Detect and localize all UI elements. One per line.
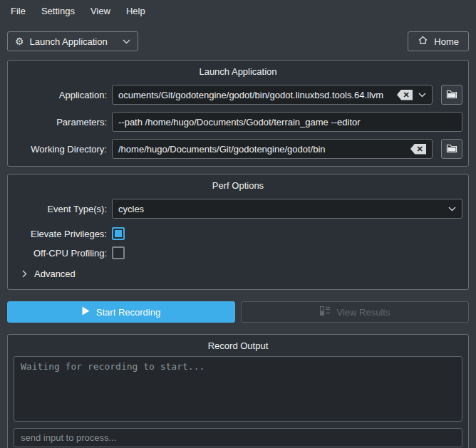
application-row: Application: ocuments/Git/godotengine/go… bbox=[14, 85, 462, 105]
chevron-down-icon bbox=[123, 39, 130, 44]
offcpu-profiling-row: Off-CPU Profiling: bbox=[14, 246, 462, 259]
record-output-console[interactable]: Waiting for recording to start... bbox=[14, 356, 462, 422]
perf-options-group: Perf Options Event Type(s): cycles Eleva… bbox=[7, 174, 469, 290]
view-results-label: View Results bbox=[337, 307, 390, 318]
application-label: Application: bbox=[14, 90, 107, 100]
start-recording-button[interactable]: Start Recording bbox=[7, 301, 235, 323]
advanced-expander[interactable]: Advanced bbox=[14, 268, 462, 280]
event-types-label: Event Type(s): bbox=[14, 204, 107, 214]
menu-help[interactable]: Help bbox=[118, 2, 153, 20]
launch-application-group: Launch Application Application: ocuments… bbox=[7, 60, 469, 167]
view-results-icon bbox=[320, 306, 331, 318]
start-recording-label: Start Recording bbox=[96, 307, 160, 318]
menubar: File Settings View Help bbox=[0, 0, 476, 21]
application-browse-button[interactable] bbox=[441, 85, 462, 105]
chevron-right-icon bbox=[22, 270, 27, 278]
gear-icon: ⚙ bbox=[15, 36, 24, 46]
folder-icon bbox=[446, 89, 457, 101]
offcpu-profiling-checkbox[interactable] bbox=[112, 246, 125, 259]
launch-group-title: Launch Application bbox=[14, 63, 462, 82]
menu-settings[interactable]: Settings bbox=[33, 2, 83, 20]
working-directory-browse-button[interactable] bbox=[441, 139, 462, 159]
console-text: Waiting for recording to start... bbox=[21, 361, 205, 372]
parameters-row: Parameters: --path /home/hugo/Documents/… bbox=[14, 112, 462, 132]
record-output-group: Record Output Waiting for recording to s… bbox=[7, 334, 469, 448]
launch-config-label: Launch Application bbox=[30, 36, 108, 47]
menu-view[interactable]: View bbox=[83, 2, 118, 20]
perf-group-title: Perf Options bbox=[14, 177, 462, 196]
actions-row: Start Recording View Results bbox=[7, 301, 469, 323]
launch-config-dropdown[interactable]: ⚙ Launch Application bbox=[7, 31, 138, 51]
working-directory-input[interactable]: /home/hugo/Documents/Git/godotengine/god… bbox=[112, 139, 433, 159]
parameters-input[interactable]: --path /home/hugo/Documents/Godot/terrai… bbox=[112, 112, 462, 132]
menu-file[interactable]: File bbox=[3, 2, 33, 20]
parameters-label: Parameters: bbox=[14, 117, 107, 127]
event-types-row: Event Type(s): cycles bbox=[14, 199, 462, 219]
home-icon bbox=[418, 35, 428, 48]
event-types-value: cycles bbox=[118, 204, 443, 214]
working-directory-row: Working Directory: /home/hugo/Documents/… bbox=[14, 139, 462, 159]
clear-text-icon[interactable]: ✕ bbox=[410, 144, 426, 155]
elevate-privileges-label: Elevate Privileges: bbox=[14, 229, 107, 239]
home-button-label: Home bbox=[434, 36, 459, 47]
advanced-label: Advanced bbox=[34, 269, 76, 279]
record-output-title: Record Output bbox=[14, 338, 462, 356]
chevron-down-icon[interactable] bbox=[418, 93, 426, 98]
toolbar: ⚙ Launch Application Home bbox=[7, 31, 469, 51]
application-value: ocuments/Git/godotengine/godot/bin/godot… bbox=[118, 90, 393, 100]
event-types-combobox[interactable]: cycles bbox=[112, 199, 462, 219]
play-icon bbox=[82, 306, 90, 318]
send-input-field[interactable] bbox=[14, 428, 462, 447]
view-results-button[interactable]: View Results bbox=[241, 301, 469, 323]
parameters-value: --path /home/hugo/Documents/Godot/terrai… bbox=[118, 117, 456, 127]
home-button[interactable]: Home bbox=[408, 31, 469, 51]
clear-text-icon[interactable]: ✕ bbox=[397, 90, 413, 100]
working-directory-label: Working Directory: bbox=[14, 144, 107, 155]
offcpu-profiling-label: Off-CPU Profiling: bbox=[14, 248, 107, 259]
chevron-down-icon[interactable] bbox=[448, 207, 456, 212]
working-directory-value: /home/hugo/Documents/Git/godotengine/god… bbox=[118, 144, 406, 155]
elevate-privileges-row: Elevate Privileges: bbox=[14, 227, 462, 240]
elevate-privileges-checkbox[interactable] bbox=[112, 227, 125, 240]
application-combobox[interactable]: ocuments/Git/godotengine/godot/bin/godot… bbox=[112, 85, 433, 105]
folder-icon bbox=[446, 143, 457, 155]
